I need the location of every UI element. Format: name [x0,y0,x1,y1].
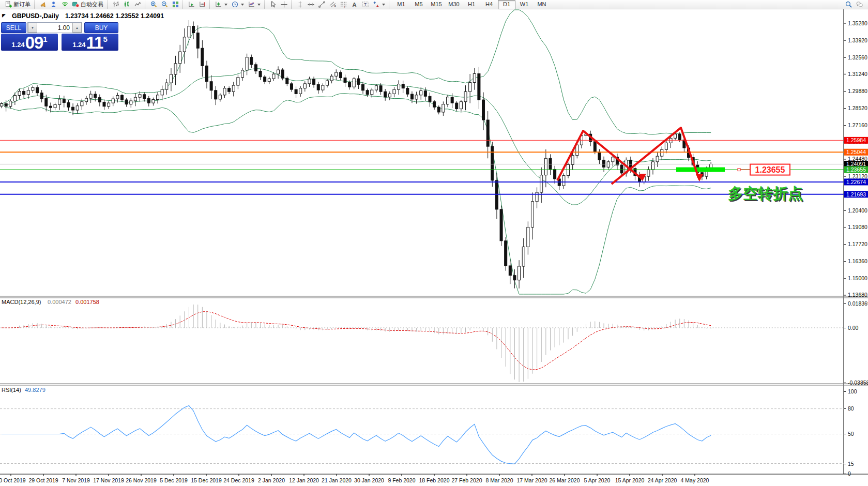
volume-input[interactable] [37,23,72,33]
community-button[interactable] [49,1,59,8]
vertical-line-button[interactable] [295,1,306,8]
timeframe-m15[interactable]: M15 [428,0,445,9]
template-icon [248,1,255,8]
svg-text:1.23655: 1.23655 [846,166,866,173]
price-axis[interactable]: 1.352801.339201.325601.312401.298801.285… [844,20,867,298]
svg-text:1.20400: 1.20400 [848,207,867,214]
svg-text:49.8279: 49.8279 [25,387,45,393]
panel-frames [0,9,868,474]
main-toolbar: 新订单自动交易M1M5M15M30H1H4D1W1MN [0,0,868,9]
chevron-down-icon[interactable] [382,4,385,6]
timeframe-d1[interactable]: D1 [498,0,515,9]
svg-text:1.19080: 1.19080 [848,224,867,230]
svg-text:1.32560: 1.32560 [848,54,867,60]
svg-text:0: 0 [848,470,851,477]
chart-canvas[interactable]: 1.352801.339201.325601.312401.298801.285… [0,9,868,486]
macd-axis[interactable]: 0.0183690.00-0.038585 [844,300,868,386]
buy-button[interactable]: BUY [84,22,118,33]
price-axis-badges: 1.240911.259841.250441.236551.226741.216… [844,137,868,198]
search-button[interactable] [843,1,854,8]
timeframe-m30[interactable]: M30 [445,0,463,9]
svg-text:多空转折点: 多空转折点 [728,185,803,202]
text-button[interactable] [349,1,360,8]
toolbar-right-icons [843,1,868,8]
cursor-button[interactable] [268,1,279,8]
new-order-button[interactable]: 新订单 [3,1,33,8]
rsi-line [2,406,711,464]
arrows-button[interactable] [371,1,387,8]
chart-title: ◤ GBPUSD-,Daily 1.23734 1.24662 1.23552 … [2,12,164,20]
svg-text:26 Nov 2019: 26 Nov 2019 [126,477,157,483]
chat-button[interactable] [854,1,865,8]
svg-text:1.28520: 1.28520 [848,105,867,111]
search-icon [845,1,852,8]
signal-icon [62,1,68,8]
one-click-trading-panel[interactable]: SELL ▼ ▲ BUY 1.24 09 1 1.24 11 5 [1,22,118,51]
auto-scroll-button[interactable] [186,1,197,8]
zoom-out-button[interactable] [159,1,170,8]
cn-annotation-text[interactable]: 多空转折点多空转折点 [728,185,804,203]
ask-price: 1.24 11 5 [62,34,118,51]
green-highlight-bar[interactable] [676,168,725,172]
sell-button[interactable]: SELL [1,22,26,33]
timeframe-m5[interactable]: M5 [410,0,428,9]
svg-text:5 Dec 2019: 5 Dec 2019 [160,477,188,483]
vline-icon [297,1,303,8]
signals-button[interactable] [38,1,49,8]
svg-text:27 Feb 2020: 27 Feb 2020 [452,477,482,483]
chat-icon [856,1,863,8]
horizontal-line-button[interactable] [306,1,316,8]
svg-text:0.001758: 0.001758 [75,299,99,305]
chart-shift-button[interactable] [197,1,208,8]
chevron-down-icon[interactable] [241,4,244,6]
svg-text:RSI(14): RSI(14) [2,387,21,393]
volume-decrease-button[interactable]: ▼ [28,23,37,33]
svg-text:1.15000: 1.15000 [848,275,867,281]
volume-increase-button[interactable]: ▲ [72,23,82,33]
tile-windows-button[interactable] [170,1,181,8]
chevron-down-icon[interactable] [224,4,227,6]
trendline-button[interactable] [316,1,327,8]
timeframe-h4[interactable]: H4 [480,0,498,9]
cursor-icon [270,1,277,8]
indicators-icon [215,1,222,8]
autotrading-button[interactable]: 自动交易 [70,1,105,8]
toolbar-group [291,0,389,9]
toolbar-group [182,0,209,9]
channel-button[interactable] [327,1,338,8]
svg-text:4 May 2020: 4 May 2020 [681,477,709,483]
market-button[interactable] [59,1,70,8]
periods-button[interactable] [230,1,246,8]
macd-signal-line [2,312,711,370]
chart-window: 1.352801.339201.325601.312401.298801.285… [0,9,868,486]
svg-text:1.25044: 1.25044 [846,149,866,155]
candle-chart-button[interactable] [121,1,132,8]
autoscroll-icon [188,1,195,8]
shift-end-icon [199,1,206,8]
text-label-button[interactable] [360,1,371,8]
templates-button[interactable] [246,1,263,8]
svg-text:9 Feb 2020: 9 Feb 2020 [388,477,415,483]
time-axis[interactable]: 20 Oct 201929 Oct 20197 Nov 201917 Nov 2… [0,474,709,483]
rsi-axis[interactable]: 1008050150 [844,388,857,477]
volume-stepper[interactable]: ▼ ▲ [27,22,82,33]
chevron-down-icon[interactable] [257,4,261,6]
timeframe-mn[interactable]: MN [533,0,551,9]
macd-label: MACD(12,26,9)0.0004720.001758 [2,299,99,305]
timeframe-m1[interactable]: M1 [392,0,410,9]
fibonacci-button[interactable] [338,1,349,8]
bar-chart-button[interactable] [111,1,121,8]
price-callout[interactable]: 1.23655 [738,164,790,175]
svg-text:1.22674: 1.22674 [846,179,866,185]
zoom-in-button[interactable] [148,1,159,8]
bid-pip-digit: 1 [43,35,47,43]
svg-text:0.018369: 0.018369 [848,300,868,307]
indicators-button[interactable] [213,1,230,8]
crosshair-button[interactable] [279,1,290,8]
svg-text:15 Apr 2020: 15 Apr 2020 [615,477,645,483]
timeframe-w1[interactable]: W1 [515,0,533,9]
line-chart-button[interactable] [132,1,143,8]
svg-text:100: 100 [848,388,857,394]
timeframe-h1[interactable]: H1 [463,0,480,9]
toolbar-button-label: 自动交易 [81,1,103,8]
